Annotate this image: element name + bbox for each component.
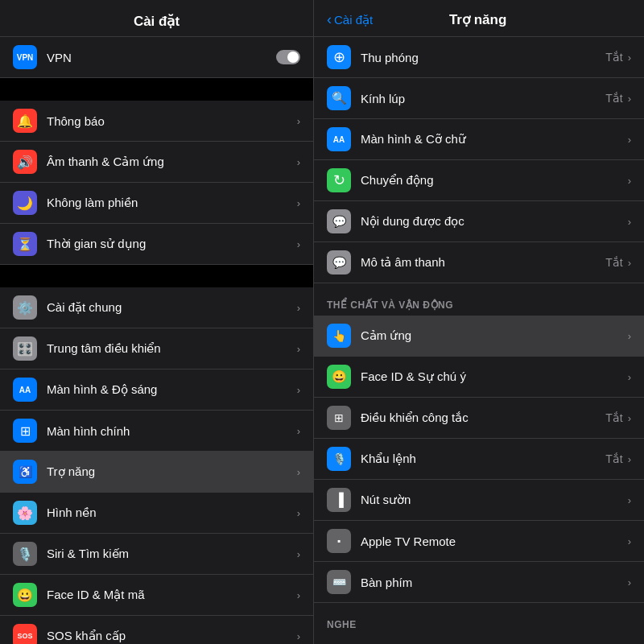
- sidebutton-icon: ▐: [327, 488, 351, 512]
- faceid-chevron: ›: [297, 589, 300, 601]
- right-item-audiodesc[interactable]: 💬Mô tả âm thanhTắt›: [314, 242, 644, 283]
- wallpaper-icon: 🌸: [13, 501, 37, 525]
- left-items-list: VPNVPN🔔Thông báo›🔊Âm thanh & Cảm ứng›🌙Kh…: [0, 37, 313, 644]
- screentime-chevron: ›: [297, 238, 300, 250]
- magnifier-value: Tắt: [605, 92, 622, 105]
- appletvremote-chevron: ›: [628, 535, 631, 547]
- settings-item-accessibility[interactable]: ♿Trợ năng›: [0, 452, 313, 493]
- spokencontent-icon: 💬: [327, 209, 351, 233]
- keyboard-icon: ⌨️: [327, 570, 351, 594]
- displaytext-chevron: ›: [628, 134, 631, 146]
- section-header-physical: THỂ CHẤT VÀ VẬN ĐỘNG: [314, 283, 644, 316]
- motion-label: Chuyển động: [361, 173, 628, 188]
- voicecontrol-label: Khẩu lệnh: [361, 452, 605, 466]
- switchcontrol-icon: ⊞: [327, 406, 351, 430]
- wallpaper-label: Hình nền: [47, 506, 297, 520]
- sos-icon: SOS: [13, 624, 37, 644]
- homescreen-chevron: ›: [297, 425, 300, 437]
- keyboard-label: Bàn phím: [361, 576, 628, 589]
- settings-item-wallpaper[interactable]: 🌸Hình nền›: [0, 493, 313, 534]
- settings-item-sos[interactable]: SOSSOS khẩn cấp›: [0, 616, 313, 644]
- donotdisturb-chevron: ›: [297, 197, 300, 209]
- settings-item-siri[interactable]: 🎙️Siri & Tìm kiếm›: [0, 534, 313, 575]
- right-item-spokencontent[interactable]: 💬Nội dung được đọc›: [314, 201, 644, 242]
- right-item-keyboard[interactable]: ⌨️Bàn phím›: [314, 562, 644, 603]
- vpn-toggle[interactable]: [276, 50, 300, 64]
- right-item-appletvremote[interactable]: ▪Apple TV Remote›: [314, 521, 644, 562]
- accessibility-icon: ♿: [13, 460, 37, 484]
- left-header: Cài đặt: [0, 0, 313, 37]
- settings-item-general[interactable]: ⚙️Cài đặt chung›: [0, 287, 313, 328]
- wallpaper-chevron: ›: [297, 507, 300, 519]
- touch-chevron: ›: [628, 330, 631, 342]
- displaytext-icon: AA: [327, 127, 351, 151]
- right-item-sidebutton[interactable]: ▐Nút sườn›: [314, 480, 644, 521]
- homescreen-label: Màn hình chính: [47, 424, 297, 438]
- settings-item-faceid[interactable]: 😀Face ID & Mật mã›: [0, 575, 313, 616]
- appletvremote-icon: ▪: [327, 529, 351, 553]
- sounds-chevron: ›: [297, 156, 300, 168]
- notifications-icon: 🔔: [13, 109, 37, 133]
- right-header: ‹ Cài đặt Trợ năng: [314, 0, 644, 37]
- sidebutton-chevron: ›: [628, 494, 631, 506]
- audiodesc-value: Tắt: [605, 256, 622, 269]
- zoom-label: Thu phóng: [361, 51, 605, 64]
- settings-item-display[interactable]: AAMàn hình & Độ sáng›: [0, 369, 313, 411]
- right-item-magnifier[interactable]: 🔍Kính lúpTắt›: [314, 78, 644, 119]
- sos-chevron: ›: [297, 630, 300, 642]
- screentime-label: Thời gian sử dụng: [47, 237, 297, 251]
- display-chevron: ›: [297, 384, 300, 396]
- voicecontrol-value: Tắt: [605, 452, 622, 465]
- left-title: Cài đặt: [134, 14, 180, 29]
- faceidsy-label: Face ID & Sự chú ý: [361, 369, 628, 384]
- right-item-zoom[interactable]: ⊕Thu phóngTắt›: [314, 37, 644, 78]
- faceid-label: Face ID & Mật mã: [47, 588, 297, 602]
- settings-item-vpn[interactable]: VPNVPN: [0, 37, 313, 78]
- settings-item-homescreen[interactable]: ⊞Màn hình chính›: [0, 411, 313, 452]
- section-header-hearing: NGHE: [314, 603, 644, 635]
- touch-label: Cảm ứng: [361, 328, 628, 343]
- notifications-chevron: ›: [297, 115, 300, 127]
- controlcenter-icon: 🎛️: [13, 336, 37, 361]
- displaytext-label: Màn hình & Cỡ chữ: [361, 132, 628, 147]
- settings-item-notifications[interactable]: 🔔Thông báo›: [0, 101, 313, 142]
- accessibility-chevron: ›: [297, 466, 300, 478]
- display-label: Màn hình & Độ sáng: [47, 382, 297, 397]
- accessibility-label: Trợ năng: [47, 464, 297, 479]
- general-chevron: ›: [297, 302, 300, 314]
- motion-chevron: ›: [628, 175, 631, 187]
- right-item-motion[interactable]: ↻Chuyển động›: [314, 160, 644, 201]
- settings-item-donotdisturb[interactable]: 🌙Không làm phiền›: [0, 183, 313, 224]
- back-button[interactable]: ‹ Cài đặt: [327, 11, 373, 28]
- magnifier-chevron: ›: [628, 93, 631, 105]
- spokencontent-label: Nội dung được đọc: [361, 214, 628, 229]
- siri-icon: 🎙️: [13, 542, 37, 566]
- appletvremote-label: Apple TV Remote: [361, 535, 628, 548]
- motion-icon: ↻: [327, 168, 351, 192]
- faceid-icon: 😀: [13, 583, 37, 607]
- settings-item-sounds[interactable]: 🔊Âm thanh & Cảm ứng›: [0, 142, 313, 183]
- settings-item-screentime[interactable]: ⏳Thời gian sử dụng›: [0, 224, 313, 265]
- back-chevron-icon: ‹: [327, 11, 332, 28]
- controlcenter-label: Trung tâm điều khiển: [47, 341, 297, 356]
- audiodesc-icon: 💬: [327, 250, 351, 275]
- voicecontrol-chevron: ›: [628, 453, 631, 465]
- right-item-faceidsy[interactable]: 😀Face ID & Sự chú ý›: [314, 357, 644, 398]
- donotdisturb-icon: 🌙: [13, 191, 37, 215]
- general-icon: ⚙️: [13, 295, 37, 320]
- magnifier-label: Kính lúp: [361, 92, 605, 105]
- right-item-touch[interactable]: 👆Cảm ứng›: [314, 316, 644, 357]
- right-items-list: ⊕Thu phóngTắt›🔍Kính lúpTắt›AAMàn hình & …: [314, 37, 644, 644]
- switchcontrol-label: Điều khiển công tắc: [361, 411, 605, 425]
- siri-chevron: ›: [297, 548, 300, 560]
- spokencontent-chevron: ›: [628, 216, 631, 228]
- right-item-switchcontrol[interactable]: ⊞Điều khiển công tắcTắt›: [314, 398, 644, 439]
- sounds-icon: 🔊: [13, 150, 37, 174]
- sos-label: SOS khẩn cấp: [47, 629, 297, 643]
- right-item-voicecontrol[interactable]: 🎙️Khẩu lệnhTắt›: [314, 439, 644, 480]
- donotdisturb-label: Không làm phiền: [47, 196, 297, 210]
- settings-item-controlcenter[interactable]: 🎛️Trung tâm điều khiển›: [0, 328, 313, 369]
- voicecontrol-icon: 🎙️: [327, 447, 351, 471]
- sounds-label: Âm thanh & Cảm ứng: [47, 155, 297, 169]
- right-item-displaytext[interactable]: AAMàn hình & Cỡ chữ›: [314, 119, 644, 160]
